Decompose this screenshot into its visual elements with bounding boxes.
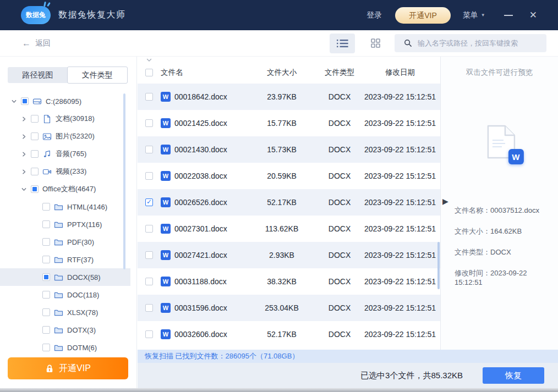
tab-file-type[interactable]: 文件类型 [67, 67, 128, 84]
tree-item-label: RTF(37) [67, 256, 94, 264]
table-row[interactable]: W00018642.docx23.97KBDOCX2023-09-22 15:1… [138, 84, 440, 110]
table-row[interactable]: W00031188.docx38.32KBDOCX2023-09-22 15:1… [138, 268, 440, 295]
row-checkbox[interactable] [145, 304, 153, 312]
list-view-button[interactable] [330, 34, 355, 53]
search-box[interactable] [395, 34, 546, 52]
tree-item--765-[interactable]: 音频(765) [0, 145, 130, 163]
folder-icon [54, 343, 63, 352]
table-row[interactable]: W00027421.docx2.93KBDOCX2023-09-22 15:12… [138, 242, 440, 268]
tree-item-html-4146-[interactable]: HTML(4146) [0, 198, 130, 216]
tree-checkbox[interactable] [42, 203, 50, 211]
tree-checkbox[interactable] [31, 185, 39, 193]
tree-item-xlsx-78-[interactable]: XLSX(78) [0, 303, 130, 321]
tree-checkbox[interactable] [42, 256, 50, 263]
expand-arrow[interactable] [21, 151, 28, 157]
tree-checkbox[interactable] [31, 150, 39, 158]
column-header-name[interactable]: 文件名 [161, 68, 249, 78]
chevron-right-icon [21, 134, 27, 140]
table-row[interactable]: W00021430.docx15.73KBDOCX2023-09-22 15:1… [138, 136, 440, 163]
row-checkbox[interactable] [145, 146, 153, 153]
file-date: 2023-09-22 15:12:51 [364, 303, 436, 312]
tree-checkbox[interactable] [31, 132, 39, 140]
file-type: DOCX [315, 172, 364, 180]
grid-view-button[interactable] [365, 34, 385, 53]
file-name: 00022038.docx [174, 172, 227, 180]
image-icon [42, 132, 52, 141]
login-button[interactable]: 登录 [366, 10, 382, 20]
detail-label: 文件类型： [455, 248, 490, 256]
minimize-icon[interactable] [504, 15, 513, 16]
table-row[interactable]: W00031596.docx253.04KBDOCX2023-09-22 15:… [138, 295, 440, 321]
detail-row: 修改时间：2023-09-22 15:12:51 [455, 268, 554, 277]
table-row[interactable]: W00022038.docx20.59KBDOCX2023-09-22 15:1… [138, 163, 440, 189]
tree-item--233-[interactable]: 视频(233) [0, 163, 130, 180]
tree-checkbox[interactable] [21, 97, 29, 105]
audio-icon [42, 150, 52, 159]
tree-item--30918-[interactable]: 文档(30918) [0, 110, 130, 128]
tree-item-office-4647-[interactable]: Office文档(4647) [0, 180, 130, 198]
tree-item-label: C:(286095) [46, 97, 81, 106]
tree-checkbox[interactable] [42, 291, 50, 299]
table-row[interactable]: W00021425.docx15.77KBDOCX2023-09-22 15:1… [138, 110, 440, 136]
tree-item--52320-[interactable]: 图片(52320) [0, 128, 130, 145]
tree-item-dotm-6-[interactable]: DOTM(6) [0, 339, 130, 355]
row-checkbox[interactable] [145, 225, 153, 233]
column-header-size[interactable]: 文件大小 [249, 68, 315, 78]
tree-item-docx-58-[interactable]: DOCX(58) [0, 268, 130, 286]
row-checkbox[interactable] [145, 278, 153, 285]
tree-checkbox[interactable] [42, 273, 50, 281]
column-header-date[interactable]: 修改日期 [364, 68, 436, 78]
tree-item-label: 图片(52320) [56, 131, 95, 141]
sidebar-scrollbar-thumb[interactable] [123, 93, 125, 269]
recover-button[interactable]: 恢复 [483, 367, 544, 384]
row-checkbox[interactable] [145, 93, 153, 101]
collapse-preview-arrow-icon[interactable]: ▶ [442, 197, 448, 206]
menu-button[interactable]: 菜单 ▼ [463, 10, 485, 20]
open-vip-sidebar-button[interactable]: 开通VIP [8, 357, 128, 379]
tree-item-rtf-37-[interactable]: RTF(37) [0, 251, 130, 268]
expand-arrow[interactable] [21, 115, 28, 122]
row-checkbox[interactable] [145, 119, 153, 127]
expand-arrow[interactable] [21, 168, 28, 175]
select-all-checkbox[interactable] [145, 69, 153, 76]
column-header-type[interactable]: 文件类型 [315, 68, 364, 78]
folder-icon [54, 273, 63, 282]
tree-item-label: HTML(4146) [67, 203, 107, 211]
tree-item-pptx-116-[interactable]: PPTX(116) [0, 216, 130, 233]
detail-label: 修改时间： [455, 269, 490, 277]
file-type: DOCX [315, 330, 364, 339]
table-row[interactable]: W00032606.docx52.17KBDOCX2023-09-22 15:1… [138, 321, 440, 347]
row-checkbox[interactable] [145, 172, 153, 180]
tree-item-pdf-30-[interactable]: PDF(30) [0, 233, 130, 251]
tree-checkbox[interactable] [42, 220, 50, 228]
back-button[interactable]: ← 返回 [22, 38, 51, 48]
expand-arrow[interactable] [21, 133, 28, 140]
expand-arrow[interactable] [11, 98, 18, 104]
folder-icon [54, 238, 63, 247]
file-size: 52.17KB [249, 330, 315, 339]
table-row[interactable]: W00027301.docx113.62KBDOCX2023-09-22 15:… [138, 216, 440, 242]
folder-icon [54, 290, 63, 300]
expand-arrow[interactable] [21, 186, 28, 192]
tree-item-label: 视频(233) [56, 167, 86, 176]
tree-item-dotx-3-[interactable]: DOTX(3) [0, 321, 130, 339]
close-icon[interactable]: ✕ [529, 9, 537, 21]
tree-checkbox[interactable] [42, 308, 50, 316]
tree-checkbox[interactable] [42, 238, 50, 246]
row-checkbox[interactable] [145, 330, 153, 338]
row-checkbox[interactable] [145, 198, 153, 206]
table-row[interactable]: W00026526.docx52.17KBDOCX2023-09-22 15:1… [138, 189, 440, 216]
folder-icon [54, 290, 63, 300]
sidebar: 路径视图 文件类型 C:(286095)文档(30918)图片(52320)音频… [0, 57, 137, 388]
tree-checkbox[interactable] [42, 326, 50, 334]
row-checkbox[interactable] [145, 251, 153, 259]
tree-checkbox[interactable] [31, 168, 39, 175]
tree-item-c-286095-[interactable]: C:(286095) [0, 92, 130, 110]
tab-path-view[interactable]: 路径视图 [8, 67, 68, 83]
tree-checkbox[interactable] [31, 115, 39, 123]
open-vip-button[interactable]: 开通VIP [395, 7, 451, 24]
search-input[interactable] [418, 39, 536, 47]
table-scrollbar-thumb[interactable] [437, 242, 440, 289]
tree-checkbox[interactable] [42, 344, 50, 351]
tree-item-doc-118-[interactable]: DOC(118) [0, 286, 130, 303]
